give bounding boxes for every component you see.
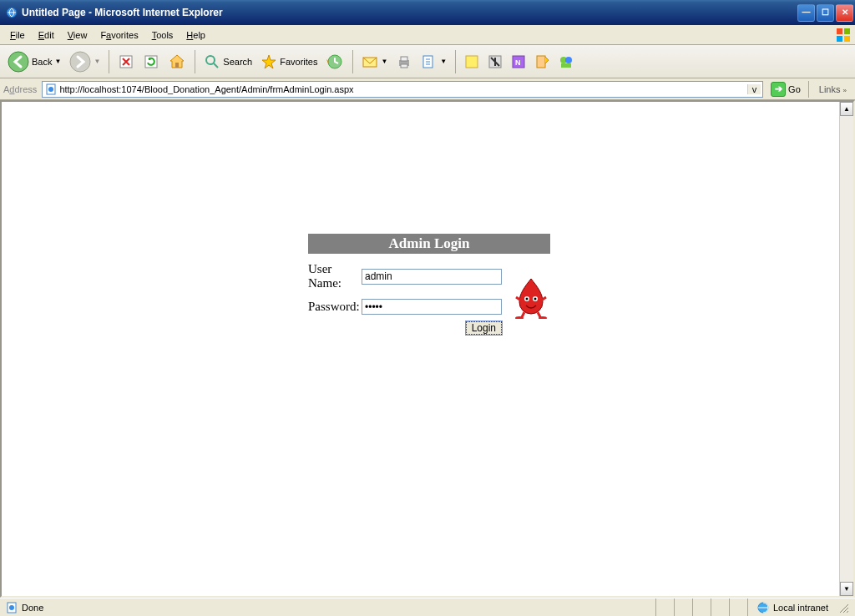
username-label: User Name: (308, 262, 362, 290)
svg-point-27 (565, 57, 572, 63)
chevron-down-icon: ▼ (54, 58, 61, 65)
svg-rect-9 (175, 63, 179, 68)
favorites-label: Favorites (280, 57, 317, 67)
menu-favorites[interactable]: Favorites (94, 28, 144, 42)
edit-button[interactable]: ▼ (418, 51, 449, 73)
maximize-button[interactable]: ☐ (817, 4, 834, 22)
svg-text:N: N (515, 58, 521, 67)
favorites-button[interactable]: Favorites (258, 51, 320, 73)
address-url: http://localhost:1074/Blood_Donation_Age… (58, 84, 747, 94)
svg-point-6 (70, 52, 90, 72)
back-label: Back (32, 57, 52, 67)
security-zone[interactable]: Local intranet (747, 598, 837, 616)
page-icon (44, 83, 58, 96)
go-label: Go (788, 84, 801, 94)
svg-rect-15 (401, 57, 407, 61)
svg-point-30 (48, 87, 53, 92)
svg-rect-4 (844, 36, 850, 42)
research-button[interactable] (532, 52, 552, 72)
status-text: Done (22, 603, 43, 613)
svg-rect-16 (401, 64, 407, 68)
separator (109, 50, 109, 73)
close-button[interactable]: ✕ (836, 4, 853, 22)
separator (195, 50, 195, 73)
svg-rect-28 (561, 63, 571, 68)
svg-rect-21 (466, 56, 478, 68)
go-button[interactable]: ➔ Go (768, 81, 803, 98)
scroll-track[interactable] (840, 116, 853, 582)
separator (455, 50, 456, 73)
login-header: Admin Login (308, 234, 550, 254)
messenger-button[interactable] (555, 51, 577, 73)
print-button[interactable] (393, 51, 415, 73)
menubar: File Edit View Favorites Tools Help (0, 25, 855, 45)
chevron-down-icon: ▼ (440, 58, 447, 65)
separator (352, 50, 353, 73)
windows-logo-icon (835, 27, 852, 43)
status-cell (729, 598, 747, 616)
history-button[interactable] (323, 50, 347, 73)
minimize-button[interactable]: — (797, 4, 815, 22)
svg-rect-2 (844, 28, 850, 34)
svg-point-33 (526, 298, 529, 300)
toolbar: Back ▼ ▼ Search Favorites ▼ ▼ (0, 45, 855, 78)
chevron-down-icon: ▼ (381, 58, 387, 65)
svg-rect-3 (837, 36, 842, 42)
blood-drop-mascot-icon (514, 277, 548, 319)
chevron-down-icon: ▼ (94, 58, 100, 65)
links-button[interactable]: Links » (814, 83, 852, 96)
svg-point-5 (8, 52, 28, 72)
vertical-scrollbar[interactable]: ▲ ▼ (839, 102, 853, 596)
onenote-button[interactable]: N (508, 52, 529, 72)
status-cell (692, 598, 711, 616)
password-input[interactable] (362, 299, 502, 315)
svg-point-10 (206, 56, 215, 64)
svg-point-38 (9, 605, 14, 610)
menu-view[interactable]: View (61, 28, 94, 42)
antivirus-button[interactable] (485, 52, 505, 72)
forward-button[interactable]: ▼ (67, 48, 103, 75)
home-button[interactable] (165, 50, 189, 73)
go-arrow-icon: ➔ (771, 82, 786, 97)
address-input[interactable]: http://localhost:1074/Blood_Donation_Age… (42, 81, 763, 98)
menu-edit[interactable]: Edit (32, 28, 61, 42)
menu-file[interactable]: File (3, 28, 32, 42)
back-button[interactable]: Back ▼ (5, 48, 63, 75)
menu-tools[interactable]: Tools (145, 28, 180, 42)
search-label: Search (223, 57, 252, 67)
svg-line-11 (214, 63, 218, 68)
stop-button[interactable] (115, 51, 137, 73)
resize-grip[interactable] (837, 601, 850, 614)
address-bar: Address http://localhost:1074/Blood_Dona… (0, 78, 855, 100)
zone-label: Local intranet (773, 603, 828, 613)
svg-point-34 (534, 298, 537, 300)
status-cell (655, 598, 674, 616)
login-button[interactable]: Login (466, 321, 502, 335)
mail-button[interactable]: ▼ (359, 51, 390, 73)
menu-help[interactable]: Help (180, 28, 212, 42)
address-dropdown[interactable]: v (747, 84, 761, 94)
username-input[interactable] (362, 269, 502, 285)
address-label: Address (3, 84, 37, 94)
content-area: Admin Login User Name: Password: Login ▲… (0, 100, 855, 598)
done-icon (5, 601, 18, 614)
password-label: Password: (308, 300, 362, 314)
scroll-down-button[interactable]: ▼ (840, 582, 853, 596)
search-button[interactable]: Search (201, 51, 255, 73)
svg-rect-25 (537, 56, 545, 68)
intranet-icon (756, 601, 770, 614)
status-cell (711, 598, 729, 616)
status-cell (674, 598, 692, 616)
window-titlebar: Untitled Page - Microsoft Internet Explo… (0, 0, 855, 25)
refresh-button[interactable] (140, 51, 162, 73)
status-bar: Done Local intranet (0, 598, 855, 616)
window-title: Untitled Page - Microsoft Internet Explo… (22, 7, 796, 18)
ie-icon (5, 6, 18, 19)
scroll-up-button[interactable]: ▲ (840, 102, 853, 116)
note-button[interactable] (462, 52, 482, 72)
svg-rect-1 (837, 28, 842, 34)
